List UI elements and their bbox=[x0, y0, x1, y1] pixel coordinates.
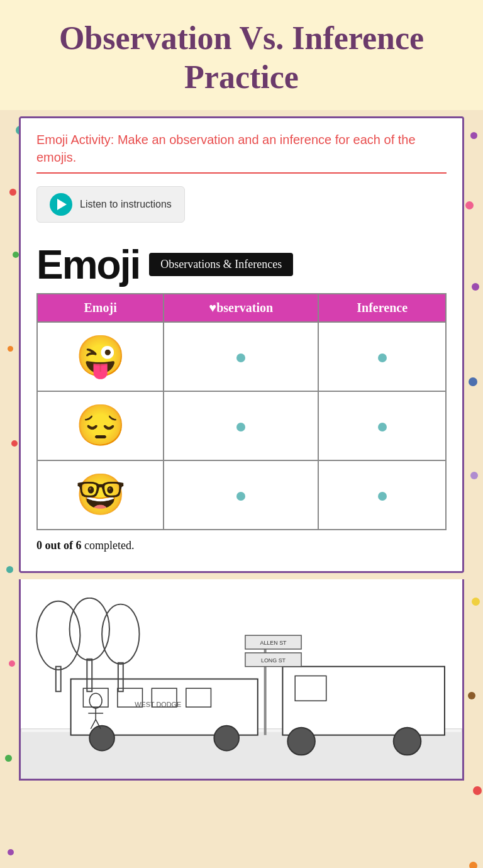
emoji-cell: 🤓 bbox=[37, 460, 164, 530]
confetti-dot bbox=[8, 849, 14, 855]
svg-rect-10 bbox=[295, 676, 326, 701]
svg-point-20 bbox=[102, 604, 139, 664]
svg-point-7 bbox=[89, 726, 114, 751]
confetti-dot bbox=[468, 692, 475, 699]
confetti-dot bbox=[472, 283, 479, 291]
listen-button-label: Listen to instructions bbox=[80, 199, 172, 210]
confetti-dot bbox=[8, 346, 13, 352]
page-title: Observation Vs. Inference Practice bbox=[38, 19, 445, 97]
main-card: Emoji Activity: Make an observation and … bbox=[19, 116, 464, 573]
confetti-dot bbox=[9, 660, 15, 667]
table-row: 😜 bbox=[37, 322, 446, 391]
observation-cell[interactable] bbox=[164, 460, 318, 530]
svg-point-19 bbox=[70, 598, 109, 660]
emoji-table: Emoji ♥bservation Inference 😜😔🤓 bbox=[36, 293, 447, 530]
activity-description: Emoji Activity: Make an observation and … bbox=[36, 131, 447, 166]
emoji-section-title: Emoji bbox=[36, 242, 140, 288]
header: Observation Vs. Inference Practice bbox=[0, 0, 483, 110]
activity-divider bbox=[36, 172, 447, 174]
inference-cell[interactable] bbox=[318, 322, 446, 391]
observation-dot bbox=[236, 492, 245, 501]
svg-point-8 bbox=[214, 726, 239, 751]
confetti-dot bbox=[9, 189, 16, 196]
emoji-cell: 😔 bbox=[37, 391, 164, 460]
confetti-dot bbox=[13, 252, 19, 258]
confetti-dot bbox=[470, 132, 477, 139]
observation-dot bbox=[236, 423, 245, 431]
confetti-dot bbox=[469, 862, 477, 868]
observation-cell[interactable] bbox=[164, 322, 318, 391]
confetti-dot bbox=[6, 566, 13, 573]
table-row: 🤓 bbox=[37, 460, 446, 530]
svg-text:ALLEN ST: ALLEN ST bbox=[260, 640, 287, 646]
svg-point-11 bbox=[287, 728, 315, 755]
confetti-dot bbox=[472, 598, 480, 606]
svg-text:LONG ST: LONG ST bbox=[261, 657, 286, 664]
progress-text: 0 out of 6 completed. bbox=[36, 539, 447, 552]
confetti-dot bbox=[473, 786, 482, 795]
inference-dot bbox=[378, 423, 387, 431]
col-header-emoji: Emoji bbox=[37, 294, 164, 322]
inference-dot bbox=[378, 353, 387, 362]
confetti-dot bbox=[465, 201, 474, 209]
col-header-observation: ♥bservation bbox=[164, 294, 318, 322]
confetti-dot bbox=[470, 472, 478, 479]
col-header-inference: Inference bbox=[318, 294, 446, 322]
inference-cell[interactable] bbox=[318, 460, 446, 530]
table-row: 😔 bbox=[37, 391, 446, 460]
svg-text:WEST DODGE: WEST DODGE bbox=[135, 701, 181, 708]
confetti-dot bbox=[5, 755, 12, 762]
play-triangle-icon bbox=[57, 199, 67, 210]
play-icon bbox=[50, 193, 72, 216]
emoji-header-row: Emoji Observations & Inferences bbox=[36, 242, 447, 288]
confetti-dot bbox=[469, 377, 477, 386]
listen-button[interactable]: Listen to instructions bbox=[36, 186, 185, 223]
svg-point-12 bbox=[394, 728, 421, 755]
inference-dot bbox=[378, 492, 387, 501]
svg-rect-6 bbox=[186, 688, 211, 707]
street-sketch-svg: ALLEN ST LONG ST WEST DODGE bbox=[21, 579, 462, 779]
observation-cell[interactable] bbox=[164, 391, 318, 460]
street-scene: ALLEN ST LONG ST WEST DODGE bbox=[19, 579, 464, 781]
progress-current: 0 bbox=[36, 539, 42, 552]
observation-dot bbox=[236, 353, 245, 362]
emoji-cell: 😜 bbox=[37, 322, 164, 391]
progress-label: completed. bbox=[84, 539, 134, 552]
observations-inferences-badge: Observations & Inferences bbox=[149, 253, 293, 276]
progress-total: 6 bbox=[76, 539, 82, 552]
confetti-dot bbox=[11, 440, 18, 447]
inference-cell[interactable] bbox=[318, 391, 446, 460]
